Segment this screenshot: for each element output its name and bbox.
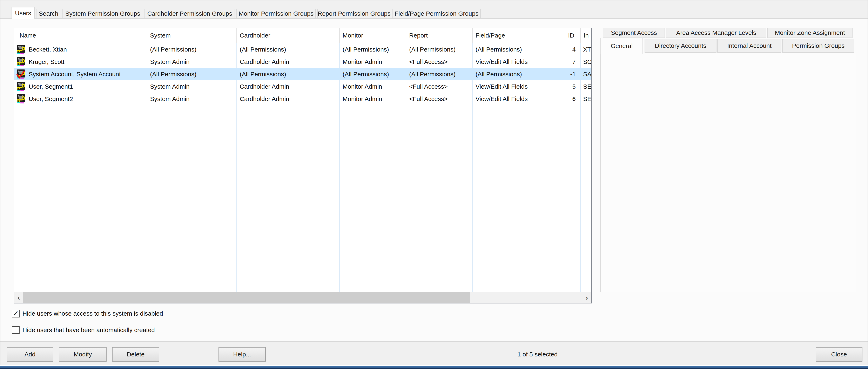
tab-directory-accounts[interactable]: Directory Accounts bbox=[645, 39, 716, 53]
cell-system: System Admin bbox=[147, 81, 237, 93]
user-key-icon bbox=[16, 45, 26, 54]
checkbox-unchecked[interactable] bbox=[12, 326, 20, 334]
delete-button[interactable]: Delete bbox=[112, 347, 159, 362]
table-row[interactable]: Kruger, Scott System Admin Cardholder Ad… bbox=[14, 56, 591, 68]
column-header-field-page[interactable]: Field/Page bbox=[472, 28, 565, 43]
add-button[interactable]: Add bbox=[7, 347, 53, 362]
scroll-left-icon[interactable]: ‹ bbox=[14, 292, 23, 303]
tab-general[interactable]: General bbox=[600, 38, 643, 54]
header-separator bbox=[406, 28, 406, 43]
column-header-internal[interactable]: In bbox=[580, 28, 591, 43]
column-header-report[interactable]: Report bbox=[406, 28, 472, 43]
cell-system: (All Permissions) bbox=[147, 43, 237, 56]
cell-cardholder: Cardholder Admin bbox=[237, 93, 339, 105]
cell-internal: SE bbox=[580, 81, 591, 93]
cell-field-page: View/Edit All Fields bbox=[472, 93, 565, 105]
header-separator bbox=[472, 28, 473, 43]
cell-name: Beckett, Xtian bbox=[14, 43, 147, 56]
list-header: Name System Cardholder Monitor Report Fi… bbox=[14, 28, 591, 43]
column-header-name[interactable]: Name bbox=[14, 28, 147, 43]
help-button[interactable]: Help... bbox=[218, 347, 266, 362]
user-key-icon bbox=[16, 82, 26, 91]
window-border-top bbox=[0, 0, 868, 0]
cell-internal: XT bbox=[580, 43, 591, 56]
column-header-cardholder[interactable]: Cardholder bbox=[237, 28, 339, 43]
header-separator bbox=[565, 28, 565, 43]
checkbox-checked[interactable]: ✓ bbox=[12, 310, 20, 317]
cell-id: 7 bbox=[565, 56, 580, 68]
user-name: Kruger, Scott bbox=[29, 58, 64, 65]
close-button[interactable]: Close bbox=[816, 347, 862, 362]
cell-cardholder: Cardholder Admin bbox=[237, 81, 339, 93]
user-detail-panel bbox=[600, 53, 856, 292]
cell-monitor: (All Permissions) bbox=[339, 43, 406, 56]
cell-internal: SE bbox=[580, 93, 591, 105]
cell-monitor: (All Permissions) bbox=[339, 68, 406, 81]
cell-system: System Admin bbox=[147, 56, 237, 68]
cell-id: 6 bbox=[565, 93, 580, 105]
selection-status: 1 of 5 selected bbox=[517, 351, 558, 358]
check-icon: ✓ bbox=[12, 310, 19, 317]
users-list: Name System Cardholder Monitor Report Fi… bbox=[14, 28, 592, 303]
table-row[interactable]: Beckett, Xtian (All Permissions) (All Pe… bbox=[14, 43, 591, 56]
horizontal-scrollbar[interactable]: ‹ › bbox=[14, 292, 591, 303]
user-key-selected-icon bbox=[16, 69, 26, 79]
cell-report: <Full Access> bbox=[406, 56, 472, 68]
header-separator bbox=[580, 28, 581, 43]
tab-cardholder-permission-groups[interactable]: Cardholder Permission Groups bbox=[145, 9, 235, 18]
cell-cardholder: (All Permissions) bbox=[237, 43, 339, 56]
filter-hide-auto-created[interactable]: Hide users that have been automatically … bbox=[12, 326, 155, 334]
tab-segment-access[interactable]: Segment Access bbox=[603, 28, 665, 38]
user-key-icon bbox=[16, 57, 26, 67]
header-separator bbox=[339, 28, 340, 43]
cell-report: (All Permissions) bbox=[406, 43, 472, 56]
table-row[interactable]: User, Segment2 System Admin Cardholder A… bbox=[14, 93, 591, 105]
tab-area-access-manager-levels[interactable]: Area Access Manager Levels bbox=[666, 28, 766, 38]
scrollbar-thumb[interactable] bbox=[23, 292, 470, 303]
modify-button[interactable]: Modify bbox=[59, 347, 106, 362]
tab-monitor-permission-groups[interactable]: Monitor Permission Groups bbox=[237, 9, 316, 18]
cell-name: User, Segment2 bbox=[14, 93, 147, 105]
cell-field-page: (All Permissions) bbox=[472, 43, 565, 56]
column-header-monitor[interactable]: Monitor bbox=[339, 28, 406, 43]
cell-internal: SC bbox=[580, 56, 591, 68]
cell-field-page: (All Permissions) bbox=[472, 68, 565, 81]
cell-id: 5 bbox=[565, 81, 580, 93]
tab-report-permission-groups[interactable]: Report Permission Groups bbox=[317, 9, 391, 18]
tab-field-page-permission-groups[interactable]: Field/Page Permission Groups bbox=[393, 9, 481, 18]
filter-hide-disabled-label: Hide users whose access to this system i… bbox=[23, 310, 163, 317]
header-separator bbox=[237, 28, 237, 43]
tab-system-permission-groups[interactable]: System Permission Groups bbox=[62, 9, 143, 18]
cell-report: <Full Access> bbox=[406, 93, 472, 105]
button-bar-separator bbox=[0, 341, 868, 342]
cell-system: (All Permissions) bbox=[147, 68, 237, 81]
cell-id: 4 bbox=[565, 43, 580, 56]
cell-monitor: Monitor Admin bbox=[339, 56, 406, 68]
tab-monitor-zone-assignment[interactable]: Monitor Zone Assignment bbox=[767, 28, 852, 38]
cell-field-page: View/Edit All Fields bbox=[472, 81, 565, 93]
header-separator bbox=[147, 28, 147, 43]
cell-system: System Admin bbox=[147, 93, 237, 105]
tab-internal-account[interactable]: Internal Account bbox=[717, 39, 781, 53]
cell-cardholder: Cardholder Admin bbox=[237, 56, 339, 68]
cell-monitor: Monitor Admin bbox=[339, 93, 406, 105]
table-row[interactable]: User, Segment1 System Admin Cardholder A… bbox=[14, 81, 591, 93]
user-name: User, Segment1 bbox=[29, 83, 73, 90]
filter-hide-auto-created-label: Hide users that have been automatically … bbox=[23, 327, 155, 334]
column-header-id[interactable]: ID bbox=[565, 28, 580, 43]
cell-name: Kruger, Scott bbox=[14, 56, 147, 68]
tab-users[interactable]: Users bbox=[11, 7, 35, 19]
scroll-right-icon[interactable]: › bbox=[582, 292, 591, 303]
cell-name: System Account, System Account bbox=[14, 68, 147, 81]
filter-hide-disabled[interactable]: ✓ Hide users whose access to this system… bbox=[12, 310, 163, 317]
column-header-system[interactable]: System bbox=[147, 28, 237, 43]
tab-permission-groups[interactable]: Permission Groups bbox=[782, 39, 855, 53]
cell-cardholder: (All Permissions) bbox=[237, 68, 339, 81]
cell-report: <Full Access> bbox=[406, 81, 472, 93]
window-border-left bbox=[0, 0, 0, 369]
tab-search[interactable]: Search bbox=[36, 9, 61, 18]
scrollbar-track[interactable] bbox=[470, 292, 582, 303]
cell-report: (All Permissions) bbox=[406, 68, 472, 81]
table-row-selected[interactable]: System Account, System Account (All Perm… bbox=[14, 68, 591, 81]
user-name: User, Segment2 bbox=[29, 95, 73, 102]
